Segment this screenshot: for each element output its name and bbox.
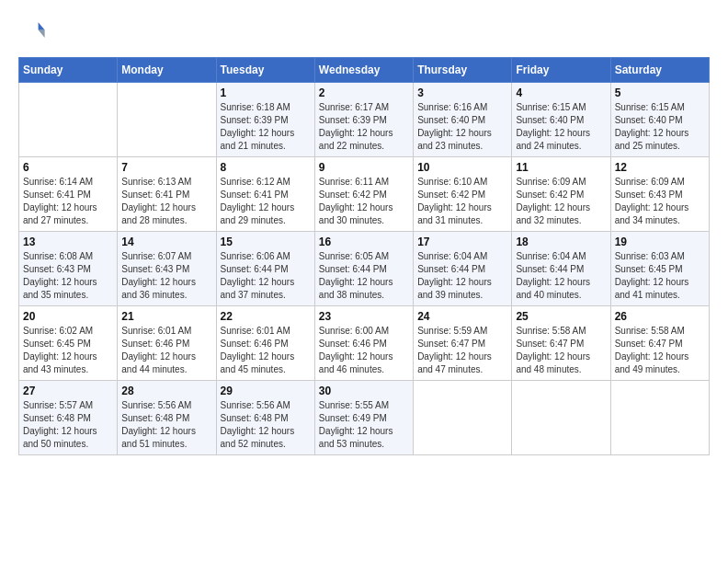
cell-info: Sunrise: 6:09 AMSunset: 6:43 PMDaylight:… (615, 176, 705, 227)
calendar-week-row: 1Sunrise: 6:18 AMSunset: 6:39 PMDaylight… (19, 83, 710, 157)
cell-info: Sunrise: 6:12 AMSunset: 6:41 PMDaylight:… (221, 176, 311, 227)
calendar-cell: 18Sunrise: 6:04 AMSunset: 6:44 PMDayligh… (512, 232, 610, 306)
day-number: 28 (121, 385, 211, 397)
calendar-cell: 11Sunrise: 6:09 AMSunset: 6:42 PMDayligh… (512, 157, 610, 232)
calendar-cell: 2Sunrise: 6:17 AMSunset: 6:39 PMDaylight… (314, 83, 413, 157)
calendar-cell: 20Sunrise: 6:02 AMSunset: 6:45 PMDayligh… (19, 306, 118, 381)
svg-marker-0 (39, 22, 45, 29)
day-number: 17 (417, 236, 507, 248)
calendar-week-row: 6Sunrise: 6:14 AMSunset: 6:41 PMDaylight… (19, 157, 710, 232)
cell-info: Sunrise: 6:15 AMSunset: 6:40 PMDaylight:… (516, 101, 606, 153)
calendar-cell: 21Sunrise: 6:01 AMSunset: 6:46 PMDayligh… (118, 306, 216, 381)
day-number: 8 (221, 161, 311, 174)
cell-info: Sunrise: 5:57 AMSunset: 6:48 PMDaylight:… (23, 399, 113, 451)
day-number: 22 (221, 310, 311, 323)
calendar-week-row: 27Sunrise: 5:57 AMSunset: 6:48 PMDayligh… (19, 381, 710, 455)
cell-info: Sunrise: 5:58 AMSunset: 6:47 PMDaylight:… (516, 325, 606, 376)
day-number: 11 (516, 161, 606, 174)
day-number: 15 (221, 236, 311, 248)
calendar-cell: 4Sunrise: 6:15 AMSunset: 6:40 PMDaylight… (512, 83, 610, 157)
cell-info: Sunrise: 6:16 AMSunset: 6:40 PMDaylight:… (417, 101, 507, 153)
calendar-header: SundayMondayTuesdayWednesdayThursdayFrid… (19, 58, 710, 83)
header-row: SundayMondayTuesdayWednesdayThursdayFrid… (19, 58, 710, 83)
logo (18, 18, 46, 48)
calendar-cell: 7Sunrise: 6:13 AMSunset: 6:41 PMDaylight… (118, 157, 216, 232)
calendar-cell (118, 83, 216, 157)
calendar-cell: 29Sunrise: 5:56 AMSunset: 6:48 PMDayligh… (216, 381, 314, 455)
day-number: 26 (615, 310, 705, 323)
header-day: Tuesday (216, 58, 314, 83)
svg-marker-1 (39, 30, 45, 38)
calendar-cell: 28Sunrise: 5:56 AMSunset: 6:48 PMDayligh… (118, 381, 216, 455)
cell-info: Sunrise: 5:55 AMSunset: 6:49 PMDaylight:… (319, 399, 409, 451)
day-number: 14 (121, 236, 211, 248)
calendar-cell: 9Sunrise: 6:11 AMSunset: 6:42 PMDaylight… (314, 157, 413, 232)
calendar-cell (512, 381, 610, 455)
calendar-cell: 25Sunrise: 5:58 AMSunset: 6:47 PMDayligh… (512, 306, 610, 381)
calendar-cell: 14Sunrise: 6:07 AMSunset: 6:43 PMDayligh… (118, 232, 216, 306)
day-number: 1 (221, 86, 311, 99)
calendar-cell: 12Sunrise: 6:09 AMSunset: 6:43 PMDayligh… (610, 157, 709, 232)
cell-info: Sunrise: 6:18 AMSunset: 6:39 PMDaylight:… (221, 101, 311, 153)
calendar-cell: 16Sunrise: 6:05 AMSunset: 6:44 PMDayligh… (314, 232, 413, 306)
calendar-table: SundayMondayTuesdayWednesdayThursdayFrid… (18, 57, 710, 455)
calendar-cell: 19Sunrise: 6:03 AMSunset: 6:45 PMDayligh… (610, 232, 709, 306)
calendar-cell: 8Sunrise: 6:12 AMSunset: 6:41 PMDaylight… (216, 157, 314, 232)
day-number: 2 (319, 86, 409, 99)
day-number: 25 (516, 310, 606, 323)
cell-info: Sunrise: 6:09 AMSunset: 6:42 PMDaylight:… (516, 176, 606, 227)
day-number: 9 (319, 161, 409, 174)
calendar-cell (414, 381, 512, 455)
cell-info: Sunrise: 6:05 AMSunset: 6:44 PMDaylight:… (319, 250, 409, 302)
header-day: Thursday (414, 58, 512, 83)
header-day: Monday (118, 58, 216, 83)
cell-info: Sunrise: 6:17 AMSunset: 6:39 PMDaylight:… (319, 101, 409, 153)
day-number: 13 (23, 236, 113, 248)
day-number: 12 (615, 161, 705, 174)
cell-info: Sunrise: 6:04 AMSunset: 6:44 PMDaylight:… (417, 250, 507, 302)
calendar-cell: 23Sunrise: 6:00 AMSunset: 6:46 PMDayligh… (314, 306, 413, 381)
cell-info: Sunrise: 6:07 AMSunset: 6:43 PMDaylight:… (121, 250, 211, 302)
calendar-cell: 26Sunrise: 5:58 AMSunset: 6:47 PMDayligh… (610, 306, 709, 381)
day-number: 21 (121, 310, 211, 323)
day-number: 16 (319, 236, 409, 248)
cell-info: Sunrise: 6:13 AMSunset: 6:41 PMDaylight:… (121, 176, 211, 227)
day-number: 27 (23, 385, 113, 397)
cell-info: Sunrise: 6:08 AMSunset: 6:43 PMDaylight:… (23, 250, 113, 302)
day-number: 4 (516, 86, 606, 99)
calendar-cell: 17Sunrise: 6:04 AMSunset: 6:44 PMDayligh… (414, 232, 512, 306)
day-number: 18 (516, 236, 606, 248)
day-number: 24 (417, 310, 507, 323)
calendar-cell: 22Sunrise: 6:01 AMSunset: 6:46 PMDayligh… (216, 306, 314, 381)
calendar-week-row: 20Sunrise: 6:02 AMSunset: 6:45 PMDayligh… (19, 306, 710, 381)
day-number: 10 (417, 161, 507, 174)
day-number: 30 (319, 385, 409, 397)
calendar-cell: 13Sunrise: 6:08 AMSunset: 6:43 PMDayligh… (19, 232, 118, 306)
cell-info: Sunrise: 6:15 AMSunset: 6:40 PMDaylight:… (615, 101, 705, 153)
calendar-cell: 27Sunrise: 5:57 AMSunset: 6:48 PMDayligh… (19, 381, 118, 455)
calendar-cell: 30Sunrise: 5:55 AMSunset: 6:49 PMDayligh… (314, 381, 413, 455)
cell-info: Sunrise: 6:03 AMSunset: 6:45 PMDaylight:… (615, 250, 705, 302)
calendar-cell: 15Sunrise: 6:06 AMSunset: 6:44 PMDayligh… (216, 232, 314, 306)
cell-info: Sunrise: 5:56 AMSunset: 6:48 PMDaylight:… (121, 399, 211, 451)
calendar-cell: 1Sunrise: 6:18 AMSunset: 6:39 PMDaylight… (216, 83, 314, 157)
calendar-cell (19, 83, 118, 157)
calendar-body: 1Sunrise: 6:18 AMSunset: 6:39 PMDaylight… (19, 83, 710, 455)
cell-info: Sunrise: 6:01 AMSunset: 6:46 PMDaylight:… (121, 325, 211, 376)
calendar-week-row: 13Sunrise: 6:08 AMSunset: 6:43 PMDayligh… (19, 232, 710, 306)
day-number: 23 (319, 310, 409, 323)
calendar-cell (610, 381, 709, 455)
day-number: 7 (121, 161, 211, 174)
header-day: Wednesday (314, 58, 413, 83)
cell-info: Sunrise: 6:04 AMSunset: 6:44 PMDaylight:… (516, 250, 606, 302)
cell-info: Sunrise: 6:10 AMSunset: 6:42 PMDaylight:… (417, 176, 507, 227)
cell-info: Sunrise: 6:00 AMSunset: 6:46 PMDaylight:… (319, 325, 409, 376)
cell-info: Sunrise: 5:59 AMSunset: 6:47 PMDaylight:… (417, 325, 507, 376)
cell-info: Sunrise: 5:58 AMSunset: 6:47 PMDaylight:… (615, 325, 705, 376)
header-day: Sunday (19, 58, 118, 83)
day-number: 5 (615, 86, 705, 99)
day-number: 20 (23, 310, 113, 323)
cell-info: Sunrise: 6:06 AMSunset: 6:44 PMDaylight:… (221, 250, 311, 302)
cell-info: Sunrise: 6:02 AMSunset: 6:45 PMDaylight:… (23, 325, 113, 376)
header-day: Friday (512, 58, 610, 83)
